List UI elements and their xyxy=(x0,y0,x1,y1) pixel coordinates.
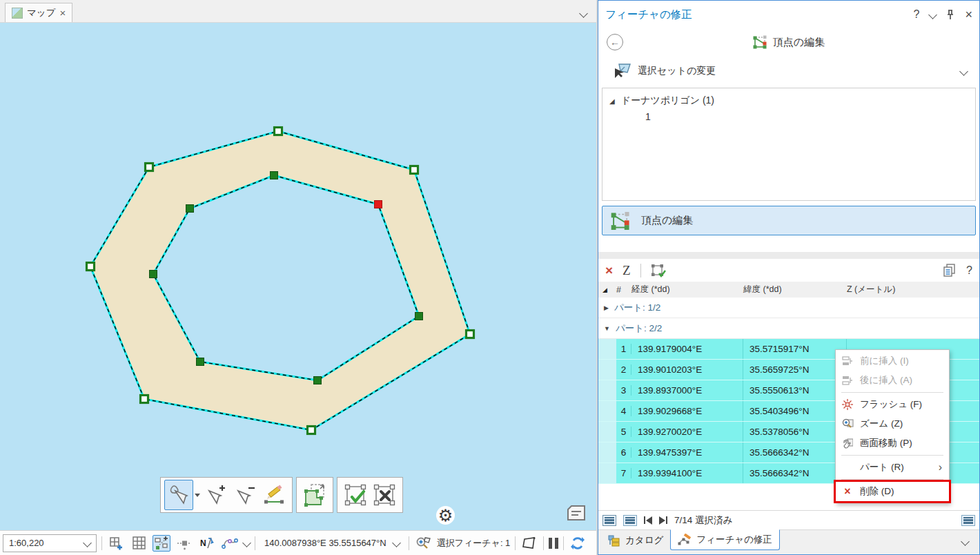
unselected-vertex-handle xyxy=(141,396,148,403)
coordinate-value: 140.0087938°E 35.5515647°N xyxy=(264,538,386,548)
cancel-x-icon xyxy=(372,483,397,507)
back-button[interactable]: ← xyxy=(607,34,623,50)
unselected-vertex-handle xyxy=(308,427,315,434)
grid-button[interactable] xyxy=(130,535,148,552)
menu-item-pan[interactable]: 画面移動 (P) xyxy=(836,434,949,453)
selected-vertex-handle-red xyxy=(375,201,382,208)
vertex-table-header[interactable]: ◢ # 経度 (*dd) 緯度 (*dd) Z (メートル) xyxy=(598,282,979,298)
vertex-table-toolbar: × Z ? xyxy=(598,259,979,282)
menu-item-zoom[interactable]: ズーム (Z) xyxy=(836,414,949,434)
close-pane-icon[interactable]: × xyxy=(965,8,972,22)
delete-vertex-icon xyxy=(235,485,255,505)
tab-strip-chevron[interactable] xyxy=(961,537,970,546)
menu-list-icon[interactable] xyxy=(961,515,975,526)
select-tool-dropdown[interactable] xyxy=(193,494,202,497)
section-collapse-chevron[interactable] xyxy=(959,67,968,76)
tree-expanded-icon[interactable]: ◢ xyxy=(609,97,615,105)
expanded-arrow-icon[interactable]: ▼ xyxy=(604,325,610,332)
map-canvas[interactable]: ⚙ xyxy=(0,23,596,530)
col-z: Z (メートル) xyxy=(847,284,979,295)
scale-value: 1:60,220 xyxy=(9,538,44,548)
tool-options-chevron[interactable] xyxy=(242,538,251,547)
unselected-vertex-handle xyxy=(87,263,95,271)
tab-modify-label: フィーチャの修正 xyxy=(696,534,772,546)
pane-tab-strip: カタログ フィーチャの修正 xyxy=(598,529,979,554)
insert-before-icon xyxy=(842,356,853,366)
z-values-toggle[interactable]: Z xyxy=(623,263,631,278)
donut-polygon-feature[interactable] xyxy=(0,23,596,530)
edit-vertices-icon xyxy=(753,35,768,49)
trace-curve-button[interactable] xyxy=(221,535,239,552)
first-vertex-button[interactable] xyxy=(644,516,652,525)
refresh-button[interactable] xyxy=(569,535,587,552)
transform-tool-button[interactable] xyxy=(300,480,329,510)
finish-sketch-button[interactable] xyxy=(341,480,370,510)
tree-feature-item[interactable]: 1 xyxy=(609,107,968,122)
unselected-vertex-handle xyxy=(146,164,153,171)
list-view-button-active[interactable] xyxy=(602,515,616,526)
menu-item-flash[interactable]: フラッシュ (F) xyxy=(836,395,949,414)
selected-features-count[interactable]: 選択フィーチャ: 1 xyxy=(437,537,511,549)
select-vertex-tool-button[interactable] xyxy=(164,480,193,510)
help-icon[interactable]: ? xyxy=(914,8,920,21)
select-cursor-icon xyxy=(168,485,189,505)
delete-vertex-icon[interactable]: × xyxy=(605,264,613,277)
last-vertex-button[interactable] xyxy=(659,516,667,525)
pause-drawing-button[interactable] xyxy=(549,538,558,549)
menu-item-insert-after: 後に挿入 (A) xyxy=(836,371,949,390)
map-thumbnail-icon xyxy=(12,8,23,19)
finish-check-icon xyxy=(343,483,368,507)
map-tab-label: マップ xyxy=(27,7,55,19)
direction-n-button[interactable]: N xyxy=(198,535,216,552)
zoom-to-selection-icon[interactable] xyxy=(414,535,432,552)
onscreen-toolbar-toggle[interactable] xyxy=(566,504,587,525)
grid-add-button[interactable] xyxy=(107,535,125,552)
tray-icon xyxy=(566,504,587,522)
menu-item-part[interactable]: パート (R) › xyxy=(836,458,949,477)
part-row-2[interactable]: ▼ パート: 2/2 xyxy=(598,318,979,339)
close-tab-icon[interactable]: × xyxy=(59,8,66,18)
toolbar-group-transform xyxy=(296,477,333,513)
add-vertex-tool-button[interactable] xyxy=(202,480,231,510)
selected-vertex-handle xyxy=(415,313,423,320)
selection-tree: ◢ ドーナツポリゴン (1) 1 xyxy=(602,88,976,201)
scale-combobox[interactable]: 1:60,220 xyxy=(3,534,97,552)
selected-vertex-handle xyxy=(314,377,322,384)
finish-sketch-icon[interactable] xyxy=(651,264,666,278)
modify-features-pane: フィーチャの修正 ? × ← 頂点の編集 選択セットの変更 ◢ ドーナツポリゴン… xyxy=(598,0,980,555)
tab-catalog[interactable]: カタログ xyxy=(601,530,670,551)
gear-icon[interactable]: ⚙ xyxy=(436,506,455,525)
modify-features-icon xyxy=(678,534,692,546)
pin-icon[interactable] xyxy=(946,10,954,20)
tab-list-chevron[interactable] xyxy=(580,7,587,19)
tab-modify-features[interactable]: フィーチャの修正 xyxy=(670,529,780,550)
arcgis-pro-window: マップ × xyxy=(0,0,980,555)
collapsed-arrow-icon[interactable]: ▶ xyxy=(604,304,609,311)
coordinate-readout[interactable]: 140.0087938°E 35.5515647°N xyxy=(260,538,404,548)
menu-item-delete[interactable]: × 削除 (D) xyxy=(836,482,949,501)
snapping-toggle-button[interactable] xyxy=(153,535,170,552)
pane-menu-chevron[interactable] xyxy=(929,10,938,19)
unselected-vertex-handle xyxy=(467,331,474,338)
change-selection-section[interactable]: 選択セットの変更 xyxy=(598,56,979,86)
sort-triangle-icon: ◢ xyxy=(598,286,616,293)
tree-layer-item[interactable]: ◢ ドーナツポリゴン (1) xyxy=(609,95,968,107)
copy-icon[interactable] xyxy=(943,264,957,278)
delete-vertex-tool-button[interactable] xyxy=(231,480,259,510)
delete-x-icon: × xyxy=(841,485,854,498)
change-selection-icon xyxy=(614,63,631,79)
list-view-button[interactable] xyxy=(623,515,637,526)
dimension-constraint-button[interactable] xyxy=(175,535,193,552)
map-status-bar: 1:60,220 N 140.0087938°E 35.5515647°N 選択… xyxy=(0,530,596,555)
edit-vertices-active-button[interactable]: 頂点の編集 xyxy=(602,206,976,235)
selection-polygon-icon[interactable] xyxy=(520,535,538,552)
view-tab-bar: マップ × xyxy=(0,0,596,23)
insert-after-icon xyxy=(842,376,853,385)
toolbar-group-select xyxy=(160,477,293,513)
cancel-sketch-button[interactable] xyxy=(370,480,399,510)
help-icon[interactable]: ? xyxy=(966,264,972,277)
edit-segment-tool-button[interactable] xyxy=(259,480,288,510)
map-view-tab[interactable]: マップ × xyxy=(5,3,72,22)
menu-item-insert-before: 前に挿入 (I) xyxy=(836,351,949,371)
part-row-1[interactable]: ▶ パート: 1/2 xyxy=(598,298,979,318)
